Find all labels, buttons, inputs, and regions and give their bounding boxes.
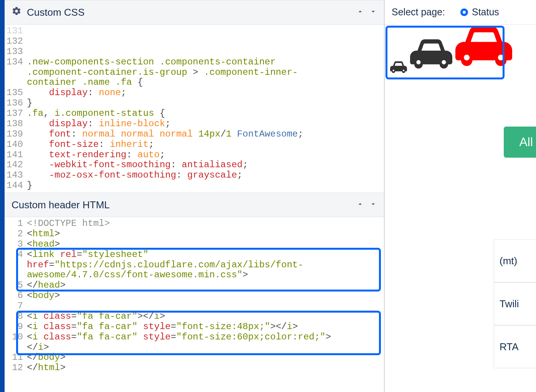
custom-header-html-title: Custom header HTML	[12, 199, 110, 211]
chevron-up-icon[interactable]	[356, 200, 364, 209]
car-icon	[410, 34, 452, 77]
radio-icon	[460, 8, 468, 16]
select-page-label: Select page:	[392, 7, 445, 18]
car-icon	[390, 59, 407, 77]
list-item[interactable]: RTA	[494, 325, 536, 368]
all-operational-button[interactable]: All	[504, 127, 536, 158]
custom-css-title: Custom CSS	[27, 7, 84, 18]
status-radio[interactable]: Status	[460, 7, 499, 18]
custom-header-html-header: Custom header HTML	[5, 193, 384, 217]
editor-left-panel: Custom CSS 131132133134.new-components-s…	[5, 0, 385, 392]
car-icon	[455, 19, 512, 77]
custom-header-html-editor[interactable]: 1<!DOCTYPE html>2<html>3<head>4<link rel…	[5, 217, 384, 375]
status-radio-label: Status	[472, 7, 499, 18]
gear-icon	[12, 6, 22, 19]
custom-css-header: Custom CSS	[5, 0, 384, 25]
list-item[interactable]: Twili	[494, 282, 536, 325]
side-list: (mt) Twili RTA	[494, 239, 536, 368]
preview-right-panel: Select page: Status All (mt) Twili RTA	[385, 0, 536, 392]
chevron-down-icon[interactable]	[369, 8, 377, 17]
car-icons-preview	[387, 25, 534, 77]
list-item[interactable]: (mt)	[494, 239, 536, 282]
custom-css-editor[interactable]: 131132133134.new-components-section .com…	[5, 25, 384, 193]
chevron-down-icon[interactable]	[369, 200, 377, 209]
custom-header-html-editor-wrapper: 1<!DOCTYPE html>2<html>3<head>4<link rel…	[5, 217, 384, 392]
chevron-up-icon[interactable]	[356, 8, 364, 17]
